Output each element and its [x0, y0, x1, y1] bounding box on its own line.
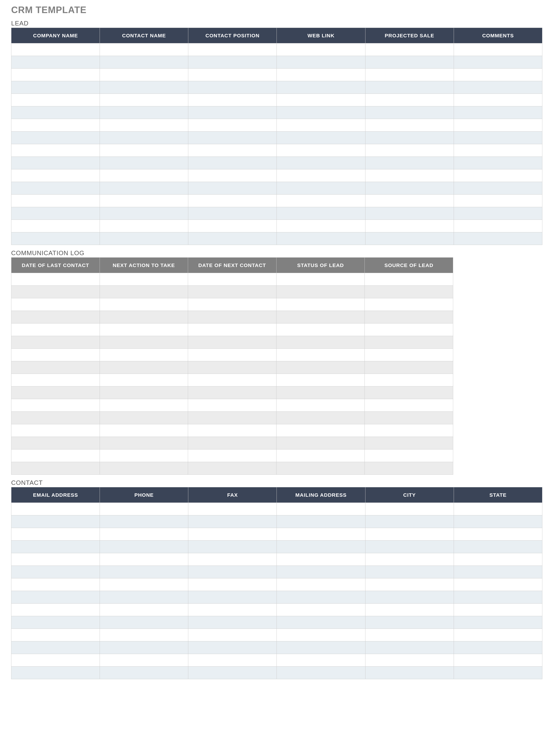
- contact-cell[interactable]: [277, 666, 365, 679]
- communication-log-cell[interactable]: [365, 412, 453, 424]
- communication-log-cell[interactable]: [365, 324, 453, 336]
- lead-cell[interactable]: [365, 207, 454, 220]
- lead-cell[interactable]: [277, 69, 365, 81]
- communication-log-cell[interactable]: [188, 412, 277, 424]
- communication-log-cell[interactable]: [188, 361, 277, 374]
- lead-cell[interactable]: [188, 157, 277, 169]
- communication-log-cell[interactable]: [100, 462, 188, 475]
- contact-cell[interactable]: [11, 641, 100, 654]
- contact-cell[interactable]: [11, 540, 100, 553]
- lead-cell[interactable]: [100, 220, 188, 232]
- lead-cell[interactable]: [454, 81, 542, 94]
- lead-cell[interactable]: [454, 182, 542, 194]
- contact-cell[interactable]: [277, 553, 365, 566]
- communication-log-cell[interactable]: [11, 273, 100, 286]
- communication-log-cell[interactable]: [100, 298, 188, 311]
- communication-log-cell[interactable]: [276, 286, 365, 298]
- lead-cell[interactable]: [100, 106, 188, 119]
- contact-cell[interactable]: [277, 540, 365, 553]
- lead-cell[interactable]: [454, 207, 542, 220]
- contact-cell[interactable]: [188, 591, 277, 603]
- contact-cell[interactable]: [188, 540, 277, 553]
- communication-log-cell[interactable]: [365, 450, 453, 462]
- communication-log-cell[interactable]: [365, 424, 453, 437]
- contact-cell[interactable]: [11, 654, 100, 666]
- lead-cell[interactable]: [11, 131, 100, 144]
- lead-cell[interactable]: [100, 157, 188, 169]
- communication-log-cell[interactable]: [11, 349, 100, 361]
- contact-cell[interactable]: [100, 591, 188, 603]
- lead-cell[interactable]: [365, 144, 454, 157]
- contact-cell[interactable]: [100, 566, 188, 578]
- contact-cell[interactable]: [11, 616, 100, 629]
- contact-cell[interactable]: [188, 566, 277, 578]
- communication-log-cell[interactable]: [365, 399, 453, 412]
- communication-log-cell[interactable]: [11, 450, 100, 462]
- lead-cell[interactable]: [100, 69, 188, 81]
- contact-cell[interactable]: [365, 553, 454, 566]
- communication-log-cell[interactable]: [365, 387, 453, 399]
- lead-cell[interactable]: [277, 194, 365, 207]
- contact-cell[interactable]: [188, 553, 277, 566]
- communication-log-cell[interactable]: [11, 311, 100, 324]
- lead-cell[interactable]: [454, 43, 542, 56]
- lead-cell[interactable]: [365, 119, 454, 131]
- lead-cell[interactable]: [11, 207, 100, 220]
- contact-cell[interactable]: [188, 528, 277, 540]
- contact-cell[interactable]: [365, 591, 454, 603]
- communication-log-cell[interactable]: [276, 450, 365, 462]
- contact-cell[interactable]: [277, 616, 365, 629]
- lead-cell[interactable]: [11, 194, 100, 207]
- lead-cell[interactable]: [454, 131, 542, 144]
- lead-cell[interactable]: [454, 169, 542, 182]
- lead-cell[interactable]: [365, 169, 454, 182]
- contact-cell[interactable]: [11, 578, 100, 591]
- contact-cell[interactable]: [100, 616, 188, 629]
- lead-cell[interactable]: [454, 56, 542, 69]
- communication-log-cell[interactable]: [188, 424, 277, 437]
- communication-log-cell[interactable]: [188, 462, 277, 475]
- lead-cell[interactable]: [188, 43, 277, 56]
- communication-log-cell[interactable]: [365, 361, 453, 374]
- communication-log-cell[interactable]: [276, 399, 365, 412]
- communication-log-cell[interactable]: [11, 387, 100, 399]
- lead-cell[interactable]: [365, 81, 454, 94]
- lead-cell[interactable]: [188, 194, 277, 207]
- communication-log-cell[interactable]: [365, 273, 453, 286]
- communication-log-cell[interactable]: [276, 298, 365, 311]
- contact-cell[interactable]: [454, 641, 542, 654]
- contact-cell[interactable]: [277, 515, 365, 528]
- contact-cell[interactable]: [188, 603, 277, 616]
- contact-cell[interactable]: [100, 629, 188, 641]
- lead-cell[interactable]: [11, 81, 100, 94]
- communication-log-cell[interactable]: [188, 324, 277, 336]
- contact-cell[interactable]: [100, 641, 188, 654]
- communication-log-cell[interactable]: [100, 349, 188, 361]
- lead-cell[interactable]: [188, 56, 277, 69]
- communication-log-cell[interactable]: [365, 374, 453, 387]
- communication-log-cell[interactable]: [276, 336, 365, 349]
- contact-cell[interactable]: [11, 666, 100, 679]
- lead-cell[interactable]: [11, 69, 100, 81]
- communication-log-cell[interactable]: [276, 387, 365, 399]
- contact-cell[interactable]: [11, 515, 100, 528]
- lead-cell[interactable]: [454, 194, 542, 207]
- contact-cell[interactable]: [11, 603, 100, 616]
- contact-cell[interactable]: [277, 528, 365, 540]
- communication-log-cell[interactable]: [365, 349, 453, 361]
- lead-cell[interactable]: [188, 94, 277, 106]
- lead-cell[interactable]: [188, 119, 277, 131]
- contact-cell[interactable]: [454, 591, 542, 603]
- lead-cell[interactable]: [365, 232, 454, 245]
- contact-cell[interactable]: [365, 629, 454, 641]
- communication-log-cell[interactable]: [365, 437, 453, 450]
- lead-cell[interactable]: [100, 81, 188, 94]
- communication-log-cell[interactable]: [11, 286, 100, 298]
- contact-cell[interactable]: [454, 616, 542, 629]
- communication-log-cell[interactable]: [188, 374, 277, 387]
- lead-cell[interactable]: [454, 144, 542, 157]
- lead-cell[interactable]: [11, 56, 100, 69]
- lead-cell[interactable]: [11, 119, 100, 131]
- communication-log-cell[interactable]: [276, 273, 365, 286]
- lead-cell[interactable]: [277, 157, 365, 169]
